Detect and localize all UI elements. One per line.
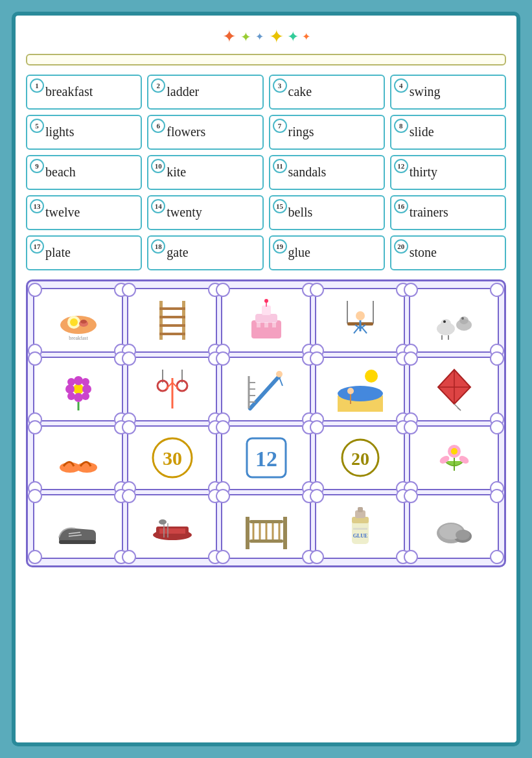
word-label-20: stone	[410, 245, 437, 260]
pic-cell-20	[409, 494, 499, 559]
word-number-1: 1	[30, 78, 44, 93]
word-number-15: 15	[273, 199, 287, 213]
svg-point-2	[70, 318, 78, 326]
word-label-10: kite	[167, 165, 186, 180]
pic-cell-8	[221, 357, 311, 421]
word-label-2: ladder	[167, 84, 199, 99]
word-cell-9: 9beach	[26, 155, 142, 190]
word-label-17: plate	[45, 245, 71, 260]
word-cell-15: 15bells	[269, 195, 385, 230]
word-number-14: 14	[151, 199, 165, 213]
word-number-20: 20	[394, 239, 408, 254]
pic-corner-10-1	[490, 351, 504, 366]
svg-rect-94	[246, 517, 249, 549]
picture-section: breakfast301220GLUE	[26, 279, 506, 567]
svg-point-37	[73, 384, 84, 394]
pic-corner-9-0	[310, 351, 324, 366]
svg-text:20: 20	[351, 449, 369, 469]
pic-corner-8-0	[216, 351, 230, 366]
svg-point-65	[347, 388, 354, 394]
pic-cell-16	[33, 494, 123, 559]
star-yellow: ✦	[269, 26, 284, 47]
svg-rect-95	[283, 517, 287, 549]
svg-rect-97	[249, 539, 283, 543]
pic-corner-15-0	[404, 420, 418, 434]
word-number-12: 12	[394, 159, 408, 173]
svg-point-41	[82, 385, 91, 394]
pic-corner-5-0	[404, 283, 418, 297]
svg-point-43	[82, 378, 89, 386]
svg-text:breakfast: breakfast	[69, 335, 88, 341]
svg-rect-18	[264, 322, 268, 327]
svg-point-16	[264, 299, 268, 303]
svg-line-61	[279, 377, 283, 386]
word-cell-2: 2ladder	[147, 75, 263, 110]
svg-point-64	[365, 370, 378, 383]
star-blue-sm: ✦	[255, 30, 264, 43]
svg-rect-108	[353, 528, 367, 530]
word-number-6: 6	[151, 119, 165, 133]
star-orange2: ✦	[302, 30, 310, 43]
pic-corner-12-0	[122, 420, 136, 434]
svg-rect-17	[257, 322, 260, 327]
word-label-13: twelve	[45, 205, 80, 220]
word-number-5: 5	[30, 119, 44, 133]
pic-corner-2-0	[122, 283, 136, 297]
pic-cell-9	[315, 357, 405, 421]
word-number-10: 10	[151, 159, 165, 173]
word-cell-8: 8slide	[390, 115, 506, 150]
svg-rect-87	[59, 540, 96, 544]
picture-grid: breakfast301220GLUE	[33, 288, 499, 559]
word-cell-7: 7rings	[269, 115, 385, 150]
pic-cell-5	[409, 288, 499, 353]
word-label-18: gate	[167, 245, 188, 260]
svg-point-31	[443, 320, 446, 323]
pic-corner-20-1	[490, 489, 504, 503]
svg-rect-8	[159, 307, 185, 310]
word-cell-10: 10kite	[147, 155, 263, 190]
svg-point-34	[461, 317, 464, 320]
page: ✦ ✦ ✦ ✦ ✦ ✦ 1breakfast2ladder3cake4swing…	[12, 12, 520, 746]
pic-corner-19-0	[310, 489, 324, 503]
word-label-8: slide	[410, 124, 434, 139]
pic-cell-7	[127, 357, 217, 421]
pic-cell-13: 12	[221, 425, 311, 490]
pic-corner-18-0	[216, 489, 230, 503]
svg-point-45	[82, 392, 89, 400]
word-number-3: 3	[273, 78, 287, 93]
svg-point-63	[338, 386, 383, 401]
pic-corner-17-2	[122, 550, 136, 564]
pic-cell-11	[33, 425, 123, 490]
pic-corner-7-0	[122, 351, 136, 366]
pic-cell-14: 20	[315, 425, 405, 490]
word-number-8: 8	[394, 119, 408, 133]
word-number-19: 19	[273, 239, 287, 254]
word-number-7: 7	[273, 119, 287, 133]
svg-point-93	[159, 519, 167, 525]
pic-corner-11-0	[28, 420, 42, 434]
word-cell-4: 4swing	[390, 75, 506, 110]
pic-corner-20-2	[404, 550, 418, 564]
pic-cell-17	[127, 494, 217, 559]
pic-cell-4	[315, 288, 405, 353]
word-label-5: lights	[45, 124, 74, 139]
svg-point-73	[76, 462, 97, 473]
svg-rect-9	[159, 316, 185, 318]
word-label-14: twenty	[167, 205, 202, 220]
word-cell-18: 18gate	[147, 235, 263, 270]
word-grid: 1breakfast2ladder3cake4swing5lights6flow…	[26, 75, 506, 270]
word-cell-3: 3cake	[269, 75, 385, 110]
word-number-9: 9	[30, 159, 44, 173]
word-cell-19: 19glue	[269, 235, 385, 270]
pic-corner-6-0	[28, 351, 42, 366]
svg-rect-14	[262, 305, 271, 315]
word-label-3: cake	[288, 84, 312, 99]
svg-point-40	[65, 385, 75, 394]
svg-point-39	[74, 393, 83, 402]
pic-corner-1-0	[28, 283, 42, 297]
pic-corner-17-0	[122, 489, 136, 503]
svg-point-44	[67, 392, 75, 400]
word-label-6: flowers	[167, 124, 205, 139]
word-cell-20: 20stone	[390, 235, 506, 270]
pic-corner-14-0	[310, 420, 324, 434]
